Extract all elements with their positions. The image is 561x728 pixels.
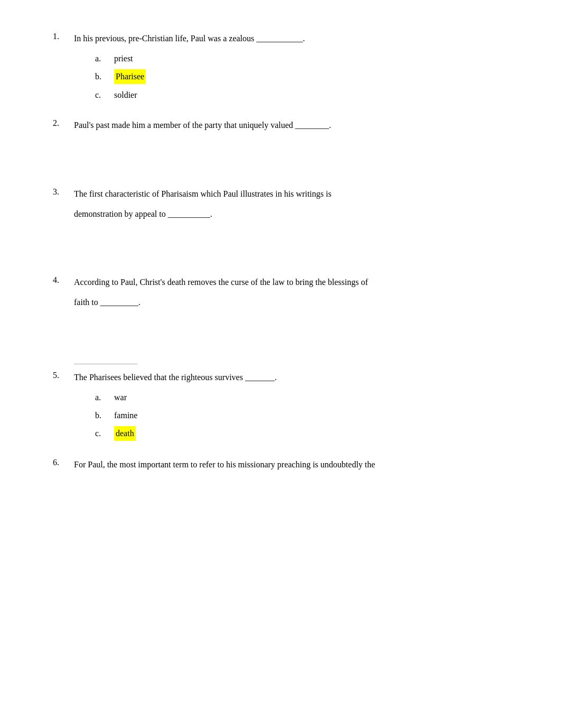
question-3-body: The first characteristic of Pharisaism w…	[74, 187, 519, 201]
question-4-continuation: faith to _________.	[74, 296, 519, 309]
option-1c-label: c.	[95, 88, 114, 102]
question-1: 1. In his previous, pre-Christian life, …	[53, 32, 519, 102]
option-5c-label: c.	[95, 427, 114, 440]
option-5a-label: a.	[95, 391, 114, 404]
question-6-number: 6.	[53, 458, 74, 467]
question-3-number: 3.	[53, 187, 74, 197]
question-4-text: According to Paul, Christ's death remove…	[74, 278, 368, 287]
question-4-cont-blank: _________.	[100, 298, 141, 307]
option-1b: b. Pharisee	[95, 69, 519, 84]
question-5-text: The Pharisees believed that the righteou…	[74, 373, 243, 382]
question-6: 6. For Paul, the most important term to …	[53, 458, 519, 472]
question-5: 5. The Pharisees believed that the right…	[53, 371, 519, 440]
divider-line	[74, 364, 137, 364]
question-5-blank: _______.	[245, 373, 277, 382]
option-1b-label: b.	[95, 70, 114, 84]
question-4-body: According to Paul, Christ's death remove…	[74, 275, 519, 289]
question-2: 2. Paul's past made him a member of the …	[53, 118, 519, 170]
option-1c-text: soldier	[114, 88, 137, 102]
question-1-options: a. priest b. Pharisee c. soldier	[95, 52, 519, 102]
question-4-cont-text: faith to	[74, 298, 98, 307]
option-5b-label: b.	[95, 409, 114, 422]
question-3-cont-blank: __________.	[168, 209, 212, 218]
option-1a-text: priest	[114, 52, 133, 66]
option-1b-text: Pharisee	[114, 69, 146, 84]
question-5-number: 5.	[53, 371, 74, 380]
question-6-body: For Paul, the most important term to ref…	[74, 458, 519, 472]
question-4-number: 4.	[53, 275, 74, 285]
option-5c-text: death	[114, 426, 136, 441]
option-5a: a. war	[95, 391, 519, 404]
question-3-cont-text: demonstration by appeal to	[74, 209, 166, 218]
question-6-text: For Paul, the most important term to ref…	[74, 460, 375, 469]
question-2-body: Paul's past made him a member of the par…	[74, 118, 519, 132]
question-2-blank: ________.	[295, 121, 331, 130]
question-2-text: Paul's past made him a member of the par…	[74, 121, 293, 130]
question-4: 4. According to Paul, Christ's death rem…	[53, 275, 519, 347]
question-3-continuation: demonstration by appeal to __________.	[74, 207, 519, 221]
spacer-4	[53, 315, 519, 347]
question-1-number: 1.	[53, 32, 74, 41]
question-3: 3. The first characteristic of Pharisais…	[53, 187, 519, 259]
option-1a: a. priest	[95, 52, 519, 66]
option-5b-text: famine	[114, 409, 137, 422]
option-5b: b. famine	[95, 409, 519, 422]
question-1-body: In his previous, pre-Christian life, Pau…	[74, 32, 519, 45]
question-1-blank: ___________.	[256, 34, 305, 43]
option-5c: c. death	[95, 426, 519, 441]
question-2-number: 2.	[53, 118, 74, 128]
question-3-text: The first characteristic of Pharisaism w…	[74, 189, 331, 198]
spacer-2	[53, 139, 519, 170]
option-1a-label: a.	[95, 52, 114, 66]
question-1-text: In his previous, pre-Christian life, Pau…	[74, 34, 254, 43]
option-1c: c. soldier	[95, 88, 519, 102]
question-5-body: The Pharisees believed that the righteou…	[74, 371, 519, 384]
spacer-3	[53, 227, 519, 259]
question-5-options: a. war b. famine c. death	[95, 391, 519, 441]
option-5a-text: war	[114, 391, 127, 404]
